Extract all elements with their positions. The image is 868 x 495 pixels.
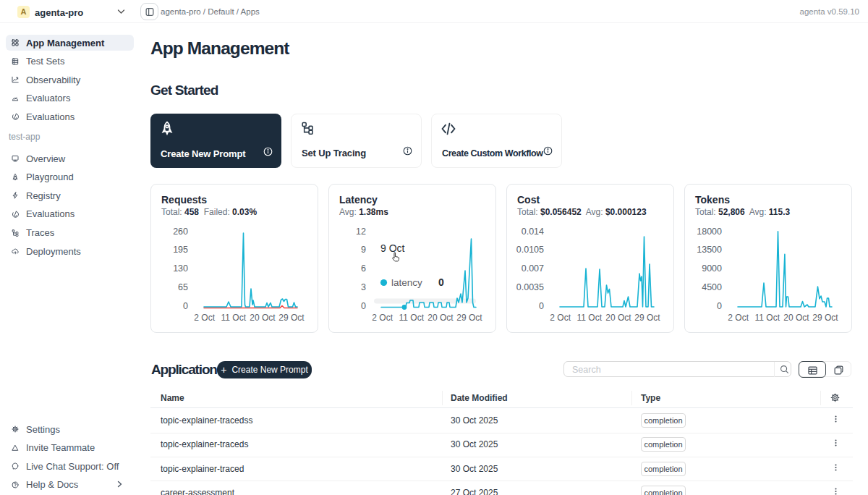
svg-text:29 Oct: 29 Oct	[278, 313, 305, 323]
svg-text:11 Oct: 11 Oct	[755, 313, 780, 323]
svg-text:20 Oct: 20 Oct	[605, 313, 631, 323]
svg-text:0: 0	[183, 301, 188, 311]
svg-text:130: 130	[173, 263, 188, 274]
svg-text:0.014: 0.014	[522, 227, 544, 237]
svg-text:20 Oct: 20 Oct	[427, 313, 454, 323]
svg-text:11 Oct: 11 Oct	[221, 313, 247, 323]
svg-text:12: 12	[356, 227, 366, 237]
svg-text:2 Oct: 2 Oct	[550, 313, 571, 323]
svg-text:0: 0	[361, 301, 366, 311]
svg-text:latency: latency	[391, 277, 422, 288]
svg-text:2 Oct: 2 Oct	[372, 313, 393, 323]
svg-text:29 Oct: 29 Oct	[812, 313, 838, 323]
svg-text:3: 3	[361, 282, 366, 292]
svg-text:18000: 18000	[697, 227, 722, 237]
svg-text:0: 0	[539, 301, 544, 311]
svg-text:9000: 9000	[702, 263, 722, 274]
svg-text:0: 0	[438, 276, 444, 288]
svg-text:195: 195	[173, 245, 188, 255]
svg-text:20 Oct: 20 Oct	[250, 313, 276, 323]
svg-text:13500: 13500	[697, 245, 722, 255]
svg-text:260: 260	[173, 227, 188, 237]
svg-text:0.007: 0.007	[522, 263, 544, 274]
svg-text:11 Oct: 11 Oct	[399, 313, 425, 323]
svg-text:0: 0	[717, 301, 722, 311]
svg-text:6: 6	[361, 263, 366, 274]
svg-text:29 Oct: 29 Oct	[634, 313, 660, 323]
svg-text:0.0035: 0.0035	[516, 282, 544, 292]
svg-text:2 Oct: 2 Oct	[194, 313, 215, 323]
svg-text:20 Oct: 20 Oct	[783, 313, 809, 323]
svg-text:29 Oct: 29 Oct	[456, 313, 482, 323]
svg-text:9: 9	[361, 245, 366, 255]
svg-text:65: 65	[178, 282, 188, 292]
svg-text:11 Oct: 11 Oct	[577, 313, 603, 323]
svg-text:2 Oct: 2 Oct	[728, 313, 749, 323]
svg-text:0.0105: 0.0105	[516, 245, 544, 255]
svg-text:4500: 4500	[702, 282, 722, 292]
